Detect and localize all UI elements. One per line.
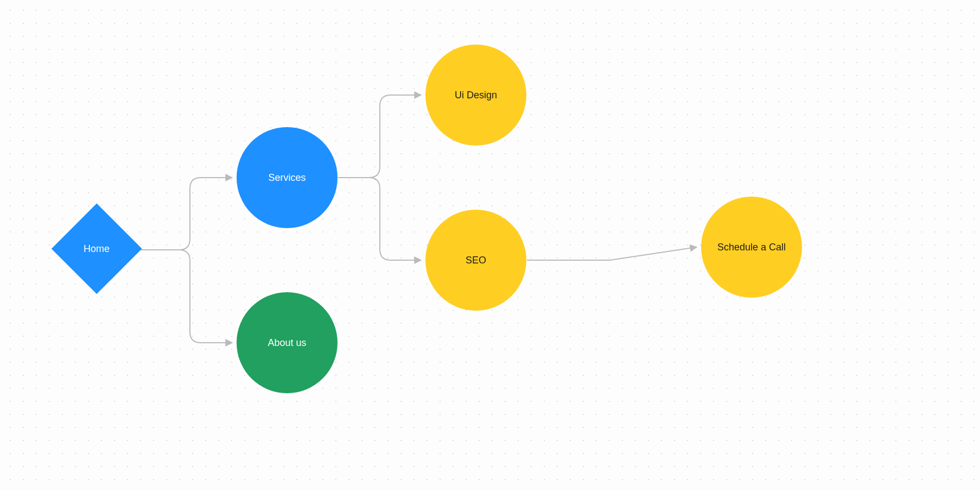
node-home-label: Home	[84, 243, 110, 255]
node-schedule[interactable]: Schedule a Call	[701, 197, 802, 298]
edge-services-seo[interactable]	[338, 178, 421, 260]
edge-services-uidesign[interactable]	[338, 95, 421, 178]
node-uidesign[interactable]: Ui Design	[425, 45, 526, 146]
diagram-canvas[interactable]: Home Services About us Ui Design SEO Sch…	[0, 0, 980, 491]
node-seo-label: SEO	[459, 248, 493, 273]
node-services[interactable]: Services	[237, 127, 338, 228]
edge-home-services[interactable]	[139, 178, 232, 250]
node-seo[interactable]: SEO	[425, 210, 526, 311]
node-uidesign-label: Ui Design	[448, 83, 504, 108]
node-home[interactable]: Home	[53, 205, 140, 292]
edge-home-about[interactable]	[139, 250, 232, 343]
node-services-label: Services	[262, 165, 312, 191]
edge-seo-schedule[interactable]	[527, 247, 697, 260]
node-about-label: About us	[261, 330, 313, 356]
node-schedule-label: Schedule a Call	[711, 235, 792, 260]
node-about[interactable]: About us	[237, 292, 338, 393]
